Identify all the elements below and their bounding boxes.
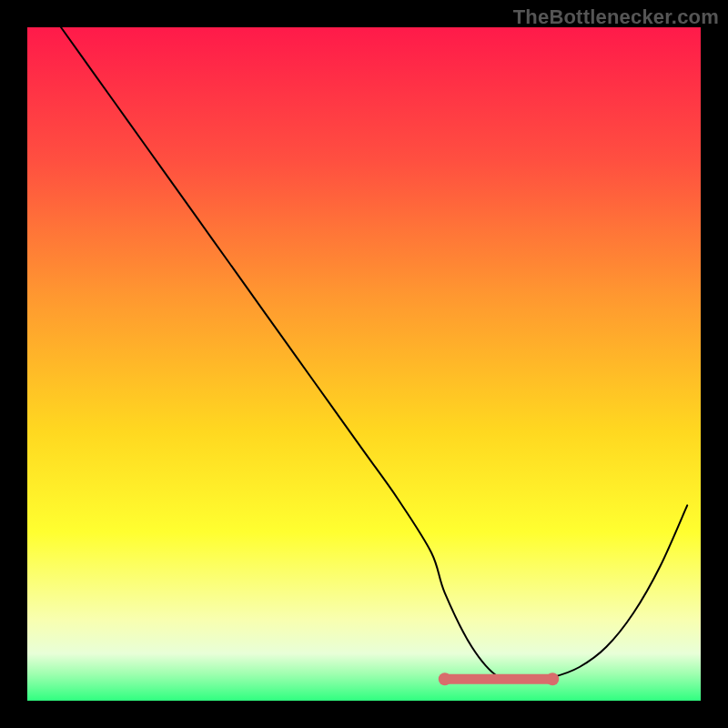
chart-background xyxy=(27,27,701,701)
chart-marker-band xyxy=(439,672,559,685)
chart-canvas xyxy=(0,0,728,728)
svg-point-2 xyxy=(546,672,559,685)
svg-point-1 xyxy=(439,672,451,685)
watermark-text: TheBottleneсker.com xyxy=(513,5,719,29)
